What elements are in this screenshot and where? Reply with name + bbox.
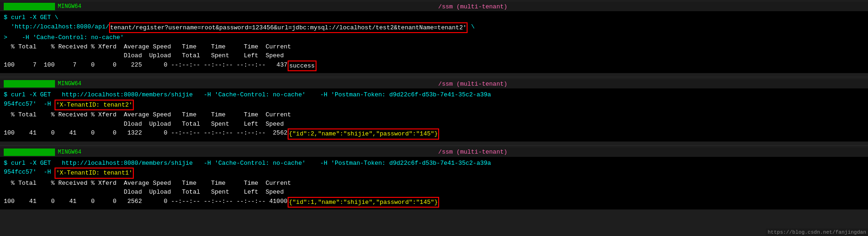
line-text: % Total % Received % Xferd Average Speed… (4, 179, 291, 188)
line-text: $ curl -X GET http://localhost:8080/memb… (4, 90, 491, 100)
json-result-2: {"id":2,"name":"shijie","password":"145"… (288, 128, 440, 140)
title-mingw64-2: MINGW64 (58, 81, 81, 87)
green-block-3 (4, 148, 55, 156)
line-text: 100 41 0 41 0 0 2562 0 --:--:-- --:--:--… (4, 197, 288, 208)
line-2-5: 100 41 0 41 0 0 1322 0 --:--:-- --:--:--… (4, 128, 864, 140)
title-bar-2: MINGW64 /ssm (multi-tenant) (0, 79, 868, 88)
title-mingw64-3: MINGW64 (58, 149, 81, 155)
line-text: Dload Upload Total Spent Left Speed (4, 51, 284, 61)
title-ssm-1: /ssm (multi-tenant) (81, 3, 864, 10)
line-1-4: % Total % Received % Xferd Average Speed… (4, 42, 864, 52)
line-text: 100 7 100 7 0 0 225 0 --:--:-- --:--:-- … (4, 61, 288, 72)
line-1-2: 'http://localhost:8080/api/tenant/regist… (4, 22, 864, 34)
green-block-2 (4, 80, 55, 88)
line-text: 954fcc57' -H (4, 100, 55, 111)
line-1-1: $ curl -X GET \ (4, 13, 864, 22)
line-text: 954fcc57' -H (4, 168, 55, 179)
terminal-body-1: $ curl -X GET \ 'http://localhost:8080/a… (0, 11, 868, 73)
line-3-4: Dload Upload Total Spent Left Speed (4, 188, 864, 197)
terminal-body-2: $ curl -X GET http://localhost:8080/memb… (0, 88, 868, 142)
line-text: 100 41 0 41 0 0 1322 0 --:--:-- --:--:--… (4, 128, 288, 140)
line-1-5: Dload Upload Total Spent Left Speed (4, 51, 864, 61)
tenant-header-2: 'X-TenantID: tenant2' (55, 100, 134, 111)
line-text: > -H 'Cache-Control: no-cache' (4, 33, 124, 42)
title-ssm-3: /ssm (multi-tenant) (81, 148, 864, 155)
line-2-3: % Total % Received % Xferd Average Speed… (4, 110, 864, 120)
terminal-section-1: MINGW64 /ssm (multi-tenant) $ curl -X GE… (0, 0, 868, 77)
green-block-1 (4, 3, 55, 10)
line-text: Dload Upload Total Spent Left Speed (4, 120, 284, 129)
line-text: $ curl -X GET \ (4, 13, 58, 22)
url-highlight-1: tenant/register?username=root&password=1… (109, 22, 468, 34)
line-3-3: % Total % Received % Xferd Average Speed… (4, 179, 864, 188)
terminal-section-3: MINGW64 /ssm (multi-tenant) $ curl -X GE… (0, 146, 868, 214)
line-text: $ curl -X GET http://localhost:8080/memb… (4, 159, 491, 168)
terminal-body-3: $ curl -X GET http://localhost:8080/memb… (0, 157, 868, 210)
line-text: % Total % Received % Xferd Average Speed… (4, 110, 291, 120)
line-3-5: 100 41 0 41 0 0 2562 0 --:--:-- --:--:--… (4, 197, 864, 208)
line-text: % Total % Received % Xferd Average Speed… (4, 42, 291, 52)
line-2-2: 954fcc57' -H 'X-TenantID: tenant2' (4, 100, 864, 111)
line-text: \ (468, 22, 475, 34)
line-1-3: > -H 'Cache-Control: no-cache' (4, 33, 864, 42)
terminal-section-2: MINGW64 /ssm (multi-tenant) $ curl -X GE… (0, 77, 868, 146)
footer-link[interactable]: https://blog.csdn.net/fanjingdan (766, 229, 868, 236)
tenant-header-3: 'X-TenantID: tenant1' (55, 168, 134, 179)
line-2-4: Dload Upload Total Spent Left Speed (4, 120, 864, 129)
title-bar-1: MINGW64 /ssm (multi-tenant) (0, 2, 868, 11)
title-ssm-2: /ssm (multi-tenant) (81, 81, 864, 88)
title-bar-3: MINGW64 /ssm (multi-tenant) (0, 148, 868, 157)
success-badge: success (288, 61, 317, 72)
line-text: 'http://localhost:8080/api/ (4, 22, 109, 34)
line-3-1: $ curl -X GET http://localhost:8080/memb… (4, 159, 864, 168)
line-3-2: 954fcc57' -H 'X-TenantID: tenant1' (4, 168, 864, 179)
title-mingw64-1: MINGW64 (58, 3, 81, 10)
json-result-3: {"id":1,"name":"shijie","password":"145"… (288, 197, 440, 208)
terminal-container: MINGW64 /ssm (multi-tenant) $ curl -X GE… (0, 0, 868, 213)
line-1-6: 100 7 100 7 0 0 225 0 --:--:-- --:--:-- … (4, 61, 864, 72)
line-text: Dload Upload Total Spent Left Speed (4, 188, 284, 197)
line-2-1: $ curl -X GET http://localhost:8080/memb… (4, 90, 864, 100)
